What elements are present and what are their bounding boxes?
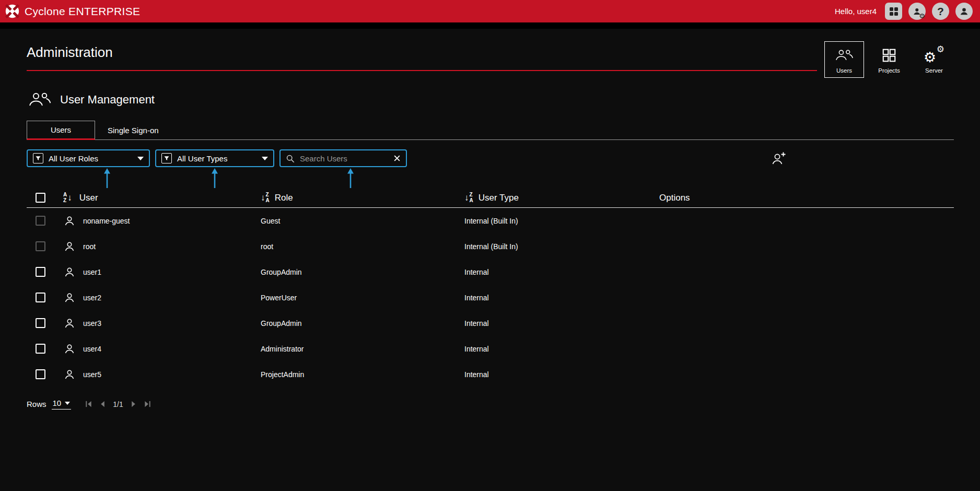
user-type-cell: Internal (Built In) — [464, 217, 518, 225]
pointer-arrow-search-icon — [346, 168, 355, 188]
user-settings-icon[interactable]: ⚙ — [908, 3, 926, 20]
column-header-role[interactable]: Role — [275, 193, 293, 203]
users-table: A Z ↓ User ↓ Z A Role — [27, 188, 954, 387]
server-gears-icon: ⚙⚙ — [924, 45, 944, 65]
sort-letter: Z — [470, 192, 473, 197]
grid-glyph — [889, 7, 899, 16]
user-types-filter-dropdown[interactable]: All User Types — [155, 149, 274, 167]
column-header-user-type[interactable]: User Type — [479, 193, 519, 203]
person-glyph — [959, 6, 969, 16]
table-row: noname-guest Guest Internal (Built In) — [27, 208, 954, 233]
table-row: user4 Administrator Internal — [27, 336, 954, 361]
help-icon[interactable]: ? — [932, 3, 949, 20]
user-type-cell: Internal — [464, 370, 489, 379]
user-roles-filter-dropdown[interactable]: All User Roles — [27, 149, 150, 167]
brand: Cyclone ENTERPRISE — [5, 4, 140, 18]
user-type-cell: Internal — [464, 345, 489, 353]
previous-page-button[interactable] — [99, 400, 107, 408]
search-input[interactable] — [299, 154, 389, 163]
sort-letter: Z — [63, 198, 67, 203]
row-checkbox[interactable] — [36, 318, 45, 328]
first-page-button[interactable] — [85, 400, 92, 408]
sort-az-icon[interactable]: A Z ↓ — [63, 192, 72, 203]
role-cell: Guest — [261, 217, 280, 225]
nav-server-button[interactable]: ⚙⚙ Server — [914, 41, 954, 78]
account-icon[interactable] — [955, 3, 973, 20]
row-checkbox[interactable] — [36, 216, 45, 226]
projects-grid-icon — [881, 45, 897, 65]
search-users-box — [279, 149, 407, 167]
row-checkbox[interactable] — [36, 267, 45, 277]
user-type-cell: Internal — [464, 268, 489, 276]
chevron-down-icon — [65, 402, 70, 405]
row-checkbox[interactable] — [36, 241, 45, 251]
row-checkbox[interactable] — [36, 293, 45, 302]
pointer-arrow-types-icon — [211, 168, 219, 188]
row-checkbox[interactable] — [36, 344, 45, 354]
sort-za-icon[interactable]: ↓ Z A — [261, 192, 270, 203]
role-cell: PowerUser — [261, 294, 297, 302]
page-title: Administration — [27, 44, 817, 61]
nav-projects-label: Projects — [878, 67, 900, 74]
types-filter-value: All User Types — [177, 154, 256, 163]
column-header-user[interactable]: User — [79, 193, 98, 203]
search-icon — [286, 154, 295, 163]
user-name-cell: user5 — [83, 370, 101, 379]
user-type-cell: Internal (Built In) — [464, 242, 518, 251]
nav-users-button[interactable]: Users — [824, 41, 864, 78]
role-cell: GroupAdmin — [261, 319, 302, 328]
user-type-cell: Internal — [464, 294, 489, 302]
user-icon — [63, 215, 76, 227]
table-row: user5 ProjectAdmin Internal — [27, 361, 954, 387]
page-indicator: 1/1 — [113, 400, 123, 408]
annotation-arrows — [27, 167, 954, 188]
apps-grid-icon[interactable] — [885, 3, 902, 20]
rows-per-page-select[interactable]: 10 — [52, 399, 72, 410]
user-name-cell: user2 — [83, 294, 101, 302]
user-icon — [63, 368, 76, 381]
tab-users[interactable]: Users — [27, 121, 95, 140]
greeting-text: Hello, user4 — [835, 7, 877, 16]
user-management-icon — [27, 91, 53, 108]
question-glyph: ? — [937, 6, 944, 17]
user-icon — [63, 266, 76, 278]
clear-search-icon[interactable] — [393, 155, 401, 162]
title-underline — [27, 70, 817, 71]
user-icon — [63, 317, 76, 330]
add-user-button[interactable] — [771, 151, 787, 166]
rows-per-page-value: 10 — [53, 399, 62, 407]
sort-letter: A — [63, 192, 67, 197]
column-header-options: Options — [659, 193, 690, 203]
sort-arrow-down: ↓ — [67, 193, 72, 202]
last-page-button[interactable] — [144, 400, 151, 408]
filter-funnel-icon — [33, 153, 43, 163]
user-name-cell: root — [83, 242, 96, 251]
table-row: root root Internal (Built In) — [27, 233, 954, 259]
row-checkbox[interactable] — [36, 369, 45, 379]
top-app-bar: Cyclone ENTERPRISE Hello, user4 ⚙ ? — [0, 0, 980, 22]
table-row: user1 GroupAdmin Internal — [27, 259, 954, 285]
pagination-controls: 1/1 — [85, 400, 151, 408]
table-header-row: A Z ↓ User ↓ Z A Role — [27, 188, 954, 208]
select-all-checkbox[interactable] — [36, 193, 45, 203]
cyclone-logo-icon — [5, 4, 19, 18]
role-cell: ProjectAdmin — [261, 370, 304, 379]
role-cell: Administrator — [261, 345, 304, 353]
roles-filter-value: All User Roles — [49, 154, 132, 163]
table-row: user3 GroupAdmin Internal — [27, 310, 954, 336]
section-header: User Management — [27, 91, 954, 108]
section-title: User Management — [60, 93, 155, 107]
user-icon — [63, 343, 76, 355]
sort-arrow-down: ↓ — [261, 193, 265, 202]
user-type-cell: Internal — [464, 319, 489, 328]
user-name-cell: user1 — [83, 268, 101, 276]
tab-single-sign-on[interactable]: Single Sign-on — [95, 121, 171, 139]
admin-header: Administration Users — [27, 29, 954, 78]
topbar-actions: Hello, user4 ⚙ ? — [835, 3, 973, 20]
sort-za-icon[interactable]: ↓ Z A — [464, 192, 473, 203]
user-icon — [63, 291, 76, 304]
nav-projects-button[interactable]: Projects — [869, 41, 909, 78]
next-page-button[interactable] — [130, 400, 137, 408]
sort-arrow-down: ↓ — [464, 193, 469, 202]
filter-toolbar: All User Roles All User Types — [27, 149, 954, 167]
